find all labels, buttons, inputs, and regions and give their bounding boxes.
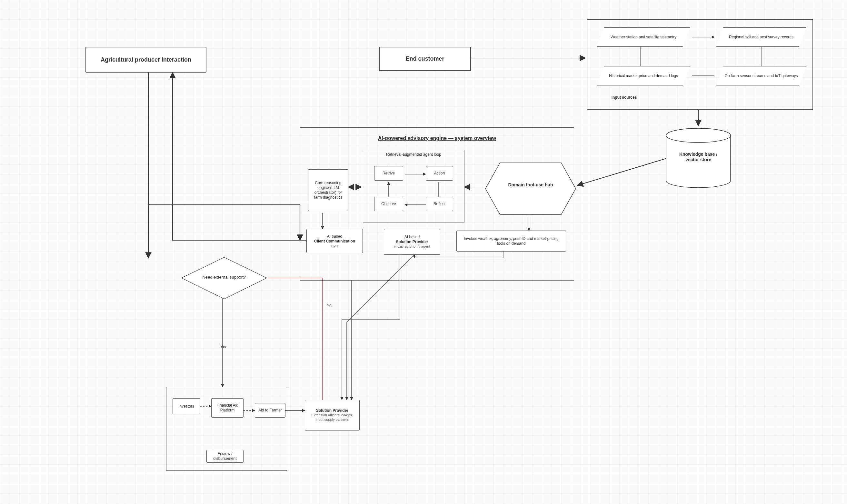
node-label: Retrive	[382, 171, 395, 176]
node-label: Escrow / disbursement	[210, 451, 240, 461]
node-farmer-query[interactable]: Agricultural producer interaction	[86, 47, 206, 73]
node-label: Reflect	[433, 201, 446, 206]
svg-marker-2	[485, 163, 576, 214]
node-label: Weather station and satellite telemetry	[611, 35, 677, 40]
node-comm-layer[interactable]: AI based Client Communication layer	[306, 229, 363, 253]
node-input-bl[interactable]: Historical market price and demand logs	[597, 66, 690, 86]
t2: Solution Provider	[396, 239, 428, 245]
decision-label: Need external support?	[194, 275, 255, 280]
node-act[interactable]: Action	[426, 166, 453, 181]
node-label: Financial Aid Platform	[215, 403, 240, 413]
node-label: End customer	[406, 55, 444, 62]
node-input-tr[interactable]: Regional soil and pest survey records	[716, 28, 806, 47]
node-investors[interactable]: Investors	[173, 398, 200, 414]
node-think[interactable]: Reflect	[426, 197, 453, 211]
node-fin-platform[interactable]: Financial Aid Platform	[211, 398, 244, 418]
node-input-br[interactable]: On-farm sensor streams and IoT gateways	[716, 66, 806, 86]
node-label: Agricultural producer interaction	[101, 56, 191, 64]
tool-router-label: Domain tool-use hub	[497, 182, 564, 187]
t1: Solution Provider	[316, 408, 348, 413]
label-data-inputs: Input sources	[592, 95, 656, 100]
label-react-loop: Retrieval-augmented agent loop	[366, 152, 461, 157]
label-yes: Yes	[217, 344, 230, 348]
t2: Client Communication	[314, 239, 355, 244]
container-react-loop[interactable]	[363, 150, 465, 222]
t3: layer	[331, 244, 339, 248]
node-finance-note[interactable]: Escrow / disbursement	[206, 450, 244, 463]
node-label: Core reasoning engine (LLM orchestrator)…	[311, 181, 345, 200]
node-label: Aid to Farmer	[258, 408, 282, 413]
node-label: On-farm sensor streams and IoT gateways	[724, 73, 798, 78]
node-customer[interactable]: End customer	[379, 47, 471, 71]
t1: AI based	[404, 235, 420, 239]
label-no: No	[323, 303, 336, 307]
t1: AI based	[327, 234, 342, 239]
node-input-tl[interactable]: Weather station and satellite telemetry	[597, 28, 690, 47]
node-observe[interactable]: Observe	[374, 197, 403, 211]
node-aid-farmer[interactable]: Aid to Farmer	[255, 403, 286, 418]
diagram-surface[interactable]: Agricultural producer interaction End cu…	[0, 0, 847, 504]
node-label: Observe	[381, 201, 396, 206]
node-retrieve[interactable]: Retrive	[374, 166, 403, 181]
node-tool-note[interactable]: Invokes weather, agronomy, pest-ID and m…	[456, 231, 566, 252]
svg-point-1	[666, 128, 731, 143]
node-label: Action	[434, 171, 445, 176]
node-tool-router[interactable]	[484, 161, 577, 216]
node-label: Investors	[178, 404, 194, 409]
title-advisory-engine: AI-powered advisory engine — system over…	[342, 136, 532, 141]
node-label: Invokes weather, agronomy, pest-ID and m…	[460, 236, 562, 246]
node-label: Regional soil and pest survey records	[729, 35, 793, 40]
t3: input supply partners	[316, 418, 349, 422]
kb-label: Knowledge base / vector store	[672, 151, 724, 163]
t2: Extension officers, co-ops,	[311, 413, 353, 418]
node-solution-agent[interactable]: AI based Solution Provider virtual agron…	[384, 229, 440, 255]
node-solution-provider[interactable]: Solution Provider Extension officers, co…	[305, 400, 360, 431]
t3: virtual agronomy agent	[394, 245, 430, 249]
node-label: Historical market price and demand logs	[609, 73, 678, 78]
node-reasoner[interactable]: Core reasoning engine (LLM orchestrator)…	[308, 169, 348, 211]
